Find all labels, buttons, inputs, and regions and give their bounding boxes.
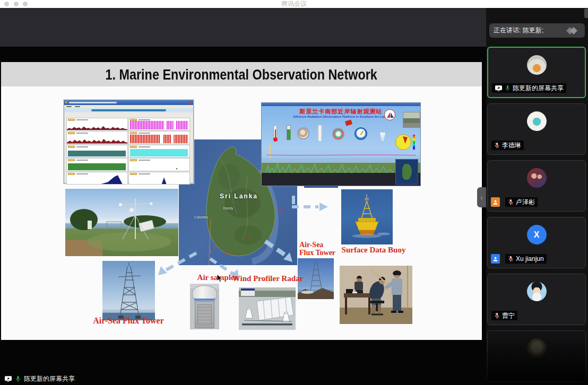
dashboard-subtitle: Offshore Radiation Observation Platform … [262, 115, 420, 118]
caption-wind-profiler: Wind Profiler Radar [229, 274, 306, 283]
mini-chart-grid [64, 117, 193, 185]
caption-flux-tower-left: Air-Sea Flux Tower [81, 316, 176, 326]
participant-tile[interactable]: 李德琳 [487, 103, 586, 155]
person-icon [492, 199, 498, 205]
color-legend-bar [413, 135, 415, 150]
data-trace-overlay [262, 152, 421, 186]
color-dial-gauge-icon [332, 128, 344, 140]
sidebar-collapse-handle[interactable]: › [477, 187, 486, 207]
slide-title: 1. Marine Environmental Observation Netw… [106, 65, 377, 83]
wind-profiler-radar-photo [239, 287, 296, 330]
wind-rose [395, 134, 411, 150]
screen-share-icon [4, 375, 12, 382]
window-title: 腾讯会议 [0, 0, 588, 8]
caption-surface-buoy: Surface Data Buoy [336, 246, 411, 255]
embedded-app-icon [65, 101, 67, 103]
clock-gauge-icon [354, 127, 367, 140]
mic-icon-muted [508, 256, 514, 262]
station-logo [384, 109, 395, 120]
double-diamond-icon [563, 25, 581, 36]
participant-name: 卢泽彬 [516, 198, 535, 207]
participant-tile[interactable]: 陈更新的屏幕共享 [487, 47, 586, 98]
avatar-letter [527, 55, 547, 75]
avatar-letter [527, 282, 547, 301]
participant-name-tag: 陈更新的屏幕共享 [492, 83, 566, 93]
participant-name-tag: Xu jianjun [505, 254, 547, 264]
now-speaking-text: 正在讲话: 陈更新; [494, 26, 563, 35]
participant-name-tag: 李德琳 [491, 141, 524, 150]
thermometer-icon [273, 125, 277, 139]
avatar-letter: X [527, 225, 547, 244]
weather-data-window-screenshot [64, 100, 194, 183]
map-label-colombo: Colombo [188, 215, 214, 219]
participant-tile[interactable] [487, 330, 586, 382]
instrument-box-icon [345, 119, 352, 126]
screen-share-icon [495, 85, 503, 92]
participant-name-tag: 曹宁 [491, 311, 517, 320]
avatar-letter [527, 338, 547, 358]
participant-name: 李德琳 [502, 141, 521, 150]
participant-name: 陈更新的屏幕共享 [513, 84, 564, 93]
avatar-letter [527, 111, 547, 131]
weather-station-photo [65, 189, 178, 256]
mic-icon-muted [494, 312, 500, 319]
sensor-cylinder-icon [318, 125, 322, 141]
mic-icon-live [505, 85, 511, 92]
radiation-station-dashboard-screenshot: 斯里兰卡南部近岸辐射观测站 Offshore Radiation Observa… [261, 102, 421, 186]
mic-icon-live [15, 375, 21, 383]
share-label: 陈更新的屏幕共享 [24, 374, 75, 383]
mouse-cursor [217, 274, 223, 283]
macos-titlebar: 腾讯会议 [0, 0, 588, 8]
map-label-kandy: Kandy [218, 206, 239, 210]
avatar [527, 55, 547, 75]
air-sampler-photo [190, 284, 219, 329]
caption-flux-tower-right: Air-Sea Flux Tower [299, 241, 339, 257]
chevron-right-icon: › [480, 194, 482, 202]
slide-title-banner: 1. Marine Environmental Observation Netw… [1, 62, 482, 86]
presentation-slide: 1. Marine Environmental Observation Netw… [1, 62, 482, 340]
avatar [527, 338, 547, 358]
now-speaking-banner: 正在讲话: 陈更新; [489, 23, 585, 38]
embedded-status-row [64, 112, 193, 117]
screen-share-status-pill: 陈更新的屏幕共享 [2, 373, 79, 384]
surface-buoy-photo [341, 189, 393, 244]
participants-sidebar: 正在讲话: 陈更新; 陈更新的屏幕共享 李德琳 [486, 8, 588, 385]
person-icon [492, 256, 498, 262]
scroll-indicator [584, 8, 588, 18]
participant-name: 曹宁 [502, 311, 515, 320]
participant-tile[interactable]: 卢泽彬 [487, 160, 586, 212]
participant-tile[interactable]: 曹宁 [487, 274, 586, 325]
map-label-sri-lanka: Sri Lanka [212, 192, 265, 200]
embedded-close-icon [189, 101, 192, 104]
flux-tower-photo-left [102, 261, 155, 320]
mic-icon-muted [508, 199, 514, 206]
mic-icon-muted [494, 142, 500, 149]
avatar [527, 111, 547, 131]
shared-screen-area: 1. Marine Environmental Observation Netw… [0, 8, 486, 385]
participant-name-tag: 卢泽彬 [505, 197, 538, 207]
participant-tile-list: 陈更新的屏幕共享 李德琳 卢泽彬 X [487, 47, 587, 385]
dashboard-title: 斯里兰卡南部近岸辐射观测站 [262, 108, 420, 116]
avatar [527, 168, 547, 188]
embedded-infobar [64, 108, 193, 112]
funnel-icon [380, 133, 385, 141]
station-photo-inset [403, 112, 420, 128]
role-badge [491, 197, 500, 207]
avatar-letter [527, 168, 547, 188]
embedded-window-titlebar [64, 100, 193, 105]
avatar [527, 282, 547, 301]
dial-gauge-icon [297, 127, 309, 139]
rain-gauge-icon [287, 125, 291, 140]
people-working-photo [340, 266, 412, 324]
participant-name: Xu jianjun [516, 255, 544, 262]
avatar: X [527, 225, 547, 244]
embedded-window-titlebar [262, 103, 420, 106]
meeting-window: 腾讯会议 1. Marine Environmental Observation… [0, 0, 588, 385]
meeting-top-band [0, 8, 486, 47]
role-badge [491, 254, 500, 264]
participant-tile[interactable]: X Xu jianjun [487, 217, 586, 268]
